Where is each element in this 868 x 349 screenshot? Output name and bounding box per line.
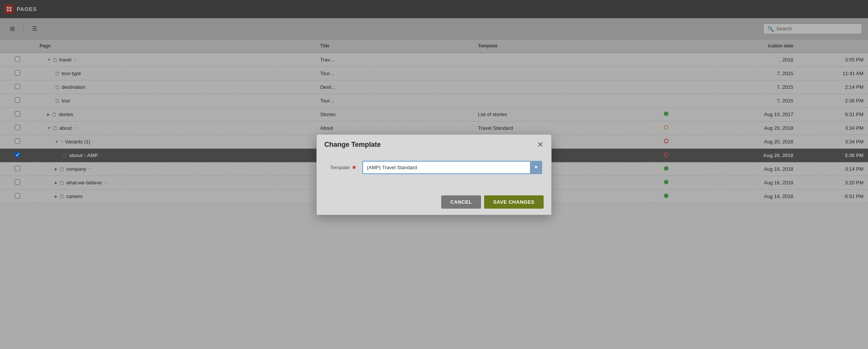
modal-overlay[interactable]: Change Template ✕ Template ✱ (AMP) Trave… (0, 0, 868, 349)
template-form-row: Template ✱ (AMP) Travel Standard Travel … (326, 161, 542, 174)
modal-title: Change Template (324, 141, 381, 149)
modal-close-button[interactable]: ✕ (537, 141, 544, 148)
template-select[interactable]: (AMP) Travel Standard Travel Standard Li… (362, 161, 542, 174)
cancel-button[interactable]: CANCEL (441, 195, 481, 209)
change-template-modal: Change Template ✕ Template ✱ (AMP) Trave… (316, 134, 552, 215)
required-star: ✱ (351, 165, 356, 170)
modal-header: Change Template ✕ (317, 135, 551, 153)
modal-footer: CANCEL SAVE CHANGES (317, 191, 551, 215)
template-label: Template ✱ (326, 165, 356, 170)
modal-body: Template ✱ (AMP) Travel Standard Travel … (317, 153, 551, 191)
template-select-wrapper: (AMP) Travel Standard Travel Standard Li… (362, 161, 542, 174)
save-changes-button[interactable]: SAVE CHANGES (484, 195, 544, 209)
